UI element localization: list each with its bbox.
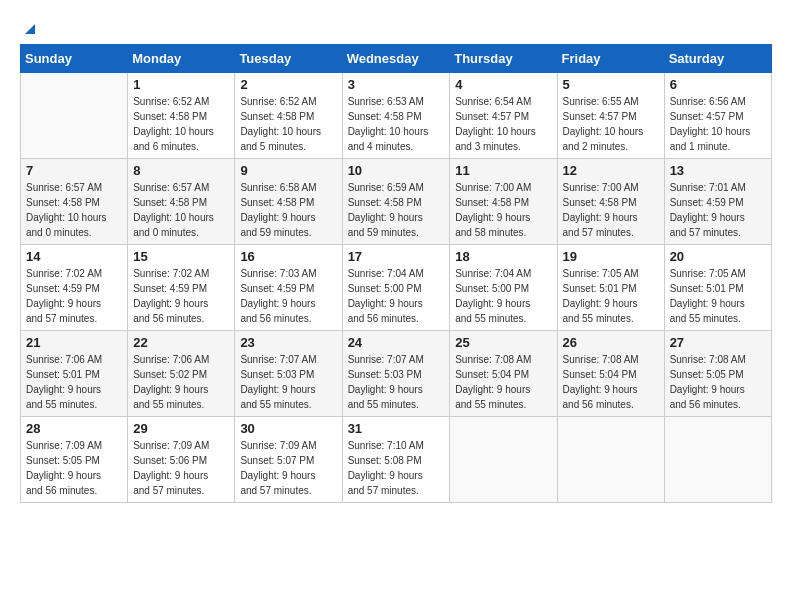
calendar-day-cell: 29Sunrise: 7:09 AM Sunset: 5:06 PM Dayli… — [128, 417, 235, 503]
day-info: Sunrise: 7:01 AM Sunset: 4:59 PM Dayligh… — [670, 180, 766, 240]
weekday-header: Monday — [128, 45, 235, 73]
calendar-day-cell: 6Sunrise: 6:56 AM Sunset: 4:57 PM Daylig… — [664, 73, 771, 159]
day-info: Sunrise: 6:52 AM Sunset: 4:58 PM Dayligh… — [240, 94, 336, 154]
day-number: 19 — [563, 249, 659, 264]
calendar-day-cell: 18Sunrise: 7:04 AM Sunset: 5:00 PM Dayli… — [450, 245, 557, 331]
day-info: Sunrise: 7:09 AM Sunset: 5:06 PM Dayligh… — [133, 438, 229, 498]
day-info: Sunrise: 7:08 AM Sunset: 5:04 PM Dayligh… — [455, 352, 551, 412]
calendar: SundayMondayTuesdayWednesdayThursdayFrid… — [20, 44, 772, 503]
day-info: Sunrise: 6:59 AM Sunset: 4:58 PM Dayligh… — [348, 180, 445, 240]
day-number: 6 — [670, 77, 766, 92]
calendar-day-cell: 27Sunrise: 7:08 AM Sunset: 5:05 PM Dayli… — [664, 331, 771, 417]
calendar-day-cell: 8Sunrise: 6:57 AM Sunset: 4:58 PM Daylig… — [128, 159, 235, 245]
calendar-week-row: 7Sunrise: 6:57 AM Sunset: 4:58 PM Daylig… — [21, 159, 772, 245]
day-number: 31 — [348, 421, 445, 436]
day-info: Sunrise: 6:52 AM Sunset: 4:58 PM Dayligh… — [133, 94, 229, 154]
header — [20, 20, 772, 34]
day-info: Sunrise: 6:54 AM Sunset: 4:57 PM Dayligh… — [455, 94, 551, 154]
weekday-header: Sunday — [21, 45, 128, 73]
day-number: 21 — [26, 335, 122, 350]
calendar-day-cell: 21Sunrise: 7:06 AM Sunset: 5:01 PM Dayli… — [21, 331, 128, 417]
day-info: Sunrise: 7:07 AM Sunset: 5:03 PM Dayligh… — [348, 352, 445, 412]
day-info: Sunrise: 7:06 AM Sunset: 5:01 PM Dayligh… — [26, 352, 122, 412]
day-info: Sunrise: 7:09 AM Sunset: 5:07 PM Dayligh… — [240, 438, 336, 498]
day-number: 30 — [240, 421, 336, 436]
weekday-header: Friday — [557, 45, 664, 73]
calendar-week-row: 28Sunrise: 7:09 AM Sunset: 5:05 PM Dayli… — [21, 417, 772, 503]
calendar-day-cell: 10Sunrise: 6:59 AM Sunset: 4:58 PM Dayli… — [342, 159, 450, 245]
calendar-day-cell — [664, 417, 771, 503]
day-info: Sunrise: 7:00 AM Sunset: 4:58 PM Dayligh… — [455, 180, 551, 240]
calendar-day-cell: 4Sunrise: 6:54 AM Sunset: 4:57 PM Daylig… — [450, 73, 557, 159]
day-info: Sunrise: 7:00 AM Sunset: 4:58 PM Dayligh… — [563, 180, 659, 240]
calendar-day-cell: 13Sunrise: 7:01 AM Sunset: 4:59 PM Dayli… — [664, 159, 771, 245]
day-number: 3 — [348, 77, 445, 92]
day-info: Sunrise: 6:57 AM Sunset: 4:58 PM Dayligh… — [26, 180, 122, 240]
calendar-week-row: 21Sunrise: 7:06 AM Sunset: 5:01 PM Dayli… — [21, 331, 772, 417]
day-number: 8 — [133, 163, 229, 178]
day-number: 2 — [240, 77, 336, 92]
day-info: Sunrise: 7:03 AM Sunset: 4:59 PM Dayligh… — [240, 266, 336, 326]
day-number: 15 — [133, 249, 229, 264]
calendar-day-cell: 15Sunrise: 7:02 AM Sunset: 4:59 PM Dayli… — [128, 245, 235, 331]
calendar-day-cell: 25Sunrise: 7:08 AM Sunset: 5:04 PM Dayli… — [450, 331, 557, 417]
calendar-day-cell: 30Sunrise: 7:09 AM Sunset: 5:07 PM Dayli… — [235, 417, 342, 503]
day-info: Sunrise: 7:08 AM Sunset: 5:04 PM Dayligh… — [563, 352, 659, 412]
day-number: 18 — [455, 249, 551, 264]
calendar-day-cell: 28Sunrise: 7:09 AM Sunset: 5:05 PM Dayli… — [21, 417, 128, 503]
calendar-day-cell: 14Sunrise: 7:02 AM Sunset: 4:59 PM Dayli… — [21, 245, 128, 331]
calendar-day-cell: 24Sunrise: 7:07 AM Sunset: 5:03 PM Dayli… — [342, 331, 450, 417]
calendar-header-row: SundayMondayTuesdayWednesdayThursdayFrid… — [21, 45, 772, 73]
calendar-day-cell — [450, 417, 557, 503]
calendar-day-cell: 26Sunrise: 7:08 AM Sunset: 5:04 PM Dayli… — [557, 331, 664, 417]
weekday-header: Saturday — [664, 45, 771, 73]
day-number: 23 — [240, 335, 336, 350]
calendar-day-cell: 22Sunrise: 7:06 AM Sunset: 5:02 PM Dayli… — [128, 331, 235, 417]
day-info: Sunrise: 7:08 AM Sunset: 5:05 PM Dayligh… — [670, 352, 766, 412]
day-info: Sunrise: 7:02 AM Sunset: 4:59 PM Dayligh… — [133, 266, 229, 326]
calendar-day-cell: 3Sunrise: 6:53 AM Sunset: 4:58 PM Daylig… — [342, 73, 450, 159]
day-info: Sunrise: 7:02 AM Sunset: 4:59 PM Dayligh… — [26, 266, 122, 326]
day-info: Sunrise: 6:53 AM Sunset: 4:58 PM Dayligh… — [348, 94, 445, 154]
day-info: Sunrise: 7:04 AM Sunset: 5:00 PM Dayligh… — [348, 266, 445, 326]
calendar-day-cell: 20Sunrise: 7:05 AM Sunset: 5:01 PM Dayli… — [664, 245, 771, 331]
calendar-day-cell: 2Sunrise: 6:52 AM Sunset: 4:58 PM Daylig… — [235, 73, 342, 159]
day-info: Sunrise: 7:06 AM Sunset: 5:02 PM Dayligh… — [133, 352, 229, 412]
day-info: Sunrise: 7:05 AM Sunset: 5:01 PM Dayligh… — [563, 266, 659, 326]
calendar-week-row: 1Sunrise: 6:52 AM Sunset: 4:58 PM Daylig… — [21, 73, 772, 159]
calendar-day-cell: 16Sunrise: 7:03 AM Sunset: 4:59 PM Dayli… — [235, 245, 342, 331]
calendar-day-cell: 31Sunrise: 7:10 AM Sunset: 5:08 PM Dayli… — [342, 417, 450, 503]
day-info: Sunrise: 7:10 AM Sunset: 5:08 PM Dayligh… — [348, 438, 445, 498]
calendar-day-cell — [557, 417, 664, 503]
calendar-day-cell: 23Sunrise: 7:07 AM Sunset: 5:03 PM Dayli… — [235, 331, 342, 417]
calendar-day-cell: 9Sunrise: 6:58 AM Sunset: 4:58 PM Daylig… — [235, 159, 342, 245]
day-number: 10 — [348, 163, 445, 178]
day-number: 7 — [26, 163, 122, 178]
day-info: Sunrise: 7:07 AM Sunset: 5:03 PM Dayligh… — [240, 352, 336, 412]
day-info: Sunrise: 6:56 AM Sunset: 4:57 PM Dayligh… — [670, 94, 766, 154]
calendar-day-cell: 5Sunrise: 6:55 AM Sunset: 4:57 PM Daylig… — [557, 73, 664, 159]
day-number: 14 — [26, 249, 122, 264]
day-number: 16 — [240, 249, 336, 264]
day-number: 26 — [563, 335, 659, 350]
calendar-day-cell: 19Sunrise: 7:05 AM Sunset: 5:01 PM Dayli… — [557, 245, 664, 331]
weekday-header: Tuesday — [235, 45, 342, 73]
day-number: 27 — [670, 335, 766, 350]
day-number: 12 — [563, 163, 659, 178]
calendar-day-cell: 12Sunrise: 7:00 AM Sunset: 4:58 PM Dayli… — [557, 159, 664, 245]
day-number: 5 — [563, 77, 659, 92]
logo — [20, 20, 40, 34]
day-info: Sunrise: 6:57 AM Sunset: 4:58 PM Dayligh… — [133, 180, 229, 240]
day-info: Sunrise: 7:05 AM Sunset: 5:01 PM Dayligh… — [670, 266, 766, 326]
day-number: 11 — [455, 163, 551, 178]
logo-arrow-icon — [21, 20, 39, 38]
day-number: 17 — [348, 249, 445, 264]
day-info: Sunrise: 6:55 AM Sunset: 4:57 PM Dayligh… — [563, 94, 659, 154]
day-number: 20 — [670, 249, 766, 264]
day-info: Sunrise: 7:04 AM Sunset: 5:00 PM Dayligh… — [455, 266, 551, 326]
svg-marker-0 — [25, 24, 35, 34]
day-number: 22 — [133, 335, 229, 350]
day-info: Sunrise: 6:58 AM Sunset: 4:58 PM Dayligh… — [240, 180, 336, 240]
weekday-header: Wednesday — [342, 45, 450, 73]
calendar-day-cell — [21, 73, 128, 159]
